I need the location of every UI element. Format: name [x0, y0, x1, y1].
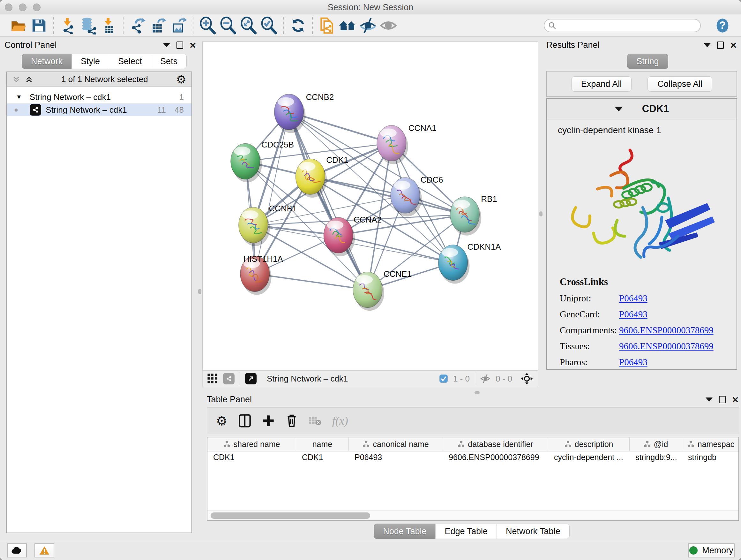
table-cell[interactable]: cyclin-dependent ... — [548, 451, 630, 463]
results-panel-close-icon[interactable]: × — [730, 42, 737, 48]
results-panel-maximize-icon[interactable] — [717, 42, 724, 49]
network-node-CCNA2[interactable] — [324, 217, 355, 256]
collapse-all-icon[interactable] — [12, 75, 20, 84]
delete-column-icon[interactable] — [286, 414, 298, 428]
column-header-description[interactable]: description — [548, 437, 630, 451]
selected-checkbox-icon[interactable] — [439, 374, 448, 383]
column-header-database-identifier[interactable]: database identifier — [443, 437, 548, 451]
network-node-CCNB2[interactable] — [274, 94, 306, 133]
network-edge[interactable] — [338, 235, 453, 263]
table-panel-maximize-icon[interactable] — [719, 396, 726, 403]
search-box[interactable] — [544, 19, 701, 32]
bottom-splitter-handle[interactable] — [475, 391, 480, 394]
table-panel-float-icon[interactable] — [705, 397, 713, 401]
export-table-button[interactable] — [148, 16, 169, 35]
tab-style[interactable]: Style — [71, 54, 109, 69]
network-row-selected[interactable]: ● String Network – cdk1 11 48 — [7, 104, 192, 116]
column-header--id[interactable]: @id — [630, 437, 682, 451]
import-network-file-button[interactable] — [58, 16, 78, 35]
control-panel-float-icon[interactable] — [163, 43, 170, 47]
zoom-selected-button[interactable] — [259, 16, 279, 35]
network-edge[interactable] — [289, 112, 367, 290]
expand-all-icon[interactable] — [25, 75, 33, 84]
add-column-icon[interactable] — [262, 415, 275, 427]
first-neighbors-button[interactable] — [337, 16, 358, 35]
tab-network[interactable]: Network — [22, 54, 72, 69]
hscrollbar-thumb[interactable] — [211, 512, 370, 519]
import-table-button[interactable] — [98, 16, 119, 35]
birdseye-grid-icon[interactable] — [207, 373, 218, 384]
table-cell[interactable]: stringdb — [682, 451, 739, 463]
crosslink-link[interactable]: 9606.ENSP00000378699 — [619, 341, 714, 352]
control-panel-maximize-icon[interactable] — [177, 42, 183, 49]
search-input[interactable] — [556, 21, 696, 30]
crosslink-link[interactable]: P06493 — [619, 293, 648, 304]
network-node-RB1[interactable] — [450, 197, 482, 236]
protein-section-header[interactable]: CDK1 — [547, 99, 737, 119]
refresh-button[interactable] — [288, 16, 308, 35]
expand-all-button[interactable]: Expand All — [571, 76, 632, 91]
import-network-database-button[interactable] — [78, 16, 98, 35]
export-network-button[interactable] — [128, 16, 148, 35]
tab-string[interactable]: String — [627, 54, 668, 69]
collapse-all-button[interactable]: Collapse All — [648, 76, 712, 91]
network-edge[interactable] — [255, 274, 367, 290]
table-cell[interactable]: 9606.ENSP00000378699 — [443, 451, 548, 463]
open-in-browser-icon[interactable] — [245, 373, 257, 384]
open-session-button[interactable] — [8, 16, 29, 35]
table-cell[interactable]: CDK1 — [207, 451, 296, 463]
protein-structure-image — [563, 140, 723, 274]
network-canvas[interactable]: CCNB2CCNA1CDC25BCDK1CDC6RB1CCNB1CCNA2CDK… — [202, 42, 538, 370]
tab-select[interactable]: Select — [109, 54, 151, 69]
show-all-button[interactable] — [378, 16, 399, 35]
crosslink-link[interactable]: P06493 — [619, 309, 648, 320]
table-gear-icon[interactable]: ⚙ — [216, 415, 227, 427]
left-splitter-handle[interactable] — [198, 289, 201, 294]
crosslink-link[interactable]: P06493 — [619, 357, 648, 368]
network-node-CCNE1[interactable] — [353, 272, 384, 311]
string-app-button[interactable] — [317, 16, 337, 35]
table-row[interactable]: CDK1CDK1P064939606.ENSP00000378699cyclin… — [207, 451, 738, 463]
zoom-fit-button[interactable] — [239, 16, 259, 35]
network-panel-gear-icon[interactable]: ⚙ — [176, 74, 186, 85]
tab-edge-table[interactable]: Edge Table — [435, 523, 497, 539]
network-edge[interactable] — [255, 112, 289, 274]
help-button[interactable]: ? — [712, 16, 733, 35]
network-node-CDC25B[interactable] — [231, 143, 262, 182]
column-header-namespac[interactable]: namespac — [682, 437, 739, 451]
cloud-button[interactable] — [7, 543, 27, 557]
export-image-button[interactable] — [169, 16, 189, 35]
save-session-button[interactable] — [29, 16, 49, 35]
network-node-CDKN1A[interactable] — [439, 245, 470, 284]
table-cell[interactable]: stringdb:9... — [630, 451, 682, 463]
tab-node-table[interactable]: Node Table — [374, 523, 435, 539]
hide-selected-button[interactable] — [358, 16, 378, 35]
network-node-CCNA1[interactable] — [377, 125, 408, 164]
network-node-CDK1[interactable] — [295, 159, 327, 198]
network-node-CCNB1[interactable] — [239, 207, 270, 246]
results-panel-float-icon[interactable] — [704, 43, 711, 47]
tree-expand-icon[interactable]: ▼ — [16, 94, 22, 101]
column-header-shared-name[interactable]: shared name — [207, 437, 296, 451]
navigator-crosshair-icon[interactable] — [521, 372, 533, 385]
warnings-button[interactable] — [35, 543, 54, 557]
control-panel-close-icon[interactable]: × — [190, 42, 196, 48]
table-hscrollbar[interactable] — [207, 510, 738, 520]
network-collection-row[interactable]: ▼ String Network – cdk1 1 — [7, 91, 192, 104]
zoom-in-button[interactable] — [198, 16, 218, 35]
tab-sets[interactable]: Sets — [151, 54, 187, 69]
column-header-canonical-name[interactable]: canonical name — [349, 437, 443, 451]
zoom-out-button[interactable] — [218, 16, 239, 35]
table-cell[interactable]: P06493 — [349, 451, 443, 463]
show-columns-icon[interactable] — [239, 414, 251, 428]
right-splitter-handle[interactable] — [539, 211, 542, 216]
table-cell[interactable]: CDK1 — [296, 451, 349, 463]
crosslink-link[interactable]: 9606.ENSP00000378699 — [619, 325, 714, 335]
tab-network-table[interactable]: Network Table — [496, 523, 569, 539]
table-panel-close-icon[interactable]: × — [732, 396, 738, 402]
column-header-name[interactable]: name — [296, 437, 349, 451]
results-panel-title: Results Panel — [546, 40, 600, 50]
network-node-CDC6[interactable] — [391, 178, 422, 216]
section-collapse-icon[interactable] — [615, 107, 623, 111]
memory-button[interactable]: Memory — [688, 543, 735, 557]
